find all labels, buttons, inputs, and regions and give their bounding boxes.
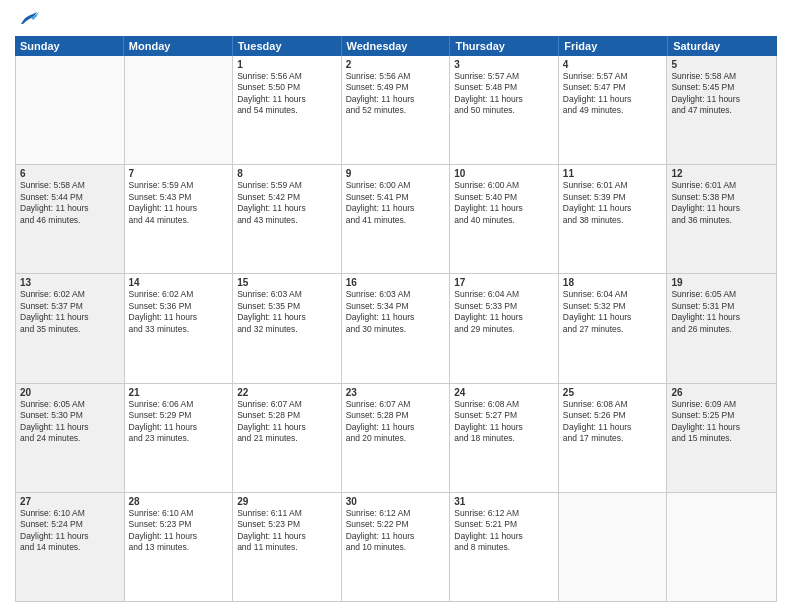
day-number: 20 bbox=[20, 387, 120, 398]
day-info: Sunrise: 5:59 AMSunset: 5:43 PMDaylight:… bbox=[129, 180, 229, 226]
day-info: Sunrise: 5:57 AMSunset: 5:48 PMDaylight:… bbox=[454, 71, 554, 117]
calendar-week-row: 13Sunrise: 6:02 AMSunset: 5:37 PMDayligh… bbox=[16, 274, 776, 383]
day-info: Sunrise: 6:00 AMSunset: 5:41 PMDaylight:… bbox=[346, 180, 446, 226]
calendar-day-cell bbox=[125, 56, 234, 164]
calendar-body: 1Sunrise: 5:56 AMSunset: 5:50 PMDaylight… bbox=[15, 56, 777, 602]
day-info: Sunrise: 5:59 AMSunset: 5:42 PMDaylight:… bbox=[237, 180, 337, 226]
day-number: 22 bbox=[237, 387, 337, 398]
calendar-header-cell: Tuesday bbox=[233, 36, 342, 56]
day-number: 24 bbox=[454, 387, 554, 398]
day-info: Sunrise: 6:08 AMSunset: 5:27 PMDaylight:… bbox=[454, 399, 554, 445]
calendar-week-row: 27Sunrise: 6:10 AMSunset: 5:24 PMDayligh… bbox=[16, 493, 776, 601]
calendar-day-cell: 6Sunrise: 5:58 AMSunset: 5:44 PMDaylight… bbox=[16, 165, 125, 273]
calendar-day-cell: 30Sunrise: 6:12 AMSunset: 5:22 PMDayligh… bbox=[342, 493, 451, 601]
day-info: Sunrise: 6:11 AMSunset: 5:23 PMDaylight:… bbox=[237, 508, 337, 554]
calendar-header-cell: Monday bbox=[124, 36, 233, 56]
calendar-day-cell bbox=[559, 493, 668, 601]
day-info: Sunrise: 6:02 AMSunset: 5:37 PMDaylight:… bbox=[20, 289, 120, 335]
calendar-day-cell: 9Sunrise: 6:00 AMSunset: 5:41 PMDaylight… bbox=[342, 165, 451, 273]
day-number: 10 bbox=[454, 168, 554, 179]
calendar-day-cell: 2Sunrise: 5:56 AMSunset: 5:49 PMDaylight… bbox=[342, 56, 451, 164]
calendar-day-cell: 15Sunrise: 6:03 AMSunset: 5:35 PMDayligh… bbox=[233, 274, 342, 382]
day-info: Sunrise: 6:01 AMSunset: 5:38 PMDaylight:… bbox=[671, 180, 772, 226]
calendar-header-cell: Saturday bbox=[668, 36, 777, 56]
day-info: Sunrise: 6:04 AMSunset: 5:33 PMDaylight:… bbox=[454, 289, 554, 335]
calendar-day-cell: 25Sunrise: 6:08 AMSunset: 5:26 PMDayligh… bbox=[559, 384, 668, 492]
day-info: Sunrise: 6:10 AMSunset: 5:23 PMDaylight:… bbox=[129, 508, 229, 554]
calendar-day-cell: 31Sunrise: 6:12 AMSunset: 5:21 PMDayligh… bbox=[450, 493, 559, 601]
calendar-day-cell: 10Sunrise: 6:00 AMSunset: 5:40 PMDayligh… bbox=[450, 165, 559, 273]
day-number: 28 bbox=[129, 496, 229, 507]
day-number: 9 bbox=[346, 168, 446, 179]
calendar: SundayMondayTuesdayWednesdayThursdayFrid… bbox=[15, 36, 777, 602]
day-info: Sunrise: 6:09 AMSunset: 5:25 PMDaylight:… bbox=[671, 399, 772, 445]
day-number: 1 bbox=[237, 59, 337, 70]
day-number: 3 bbox=[454, 59, 554, 70]
calendar-day-cell: 24Sunrise: 6:08 AMSunset: 5:27 PMDayligh… bbox=[450, 384, 559, 492]
day-number: 25 bbox=[563, 387, 663, 398]
calendar-day-cell: 5Sunrise: 5:58 AMSunset: 5:45 PMDaylight… bbox=[667, 56, 776, 164]
calendar-day-cell: 3Sunrise: 5:57 AMSunset: 5:48 PMDaylight… bbox=[450, 56, 559, 164]
day-number: 21 bbox=[129, 387, 229, 398]
day-number: 18 bbox=[563, 277, 663, 288]
calendar-week-row: 1Sunrise: 5:56 AMSunset: 5:50 PMDaylight… bbox=[16, 56, 776, 165]
page: SundayMondayTuesdayWednesdayThursdayFrid… bbox=[0, 0, 792, 612]
calendar-day-cell: 12Sunrise: 6:01 AMSunset: 5:38 PMDayligh… bbox=[667, 165, 776, 273]
day-number: 23 bbox=[346, 387, 446, 398]
calendar-day-cell: 19Sunrise: 6:05 AMSunset: 5:31 PMDayligh… bbox=[667, 274, 776, 382]
calendar-header-cell: Thursday bbox=[450, 36, 559, 56]
calendar-day-cell: 26Sunrise: 6:09 AMSunset: 5:25 PMDayligh… bbox=[667, 384, 776, 492]
day-number: 26 bbox=[671, 387, 772, 398]
day-number: 16 bbox=[346, 277, 446, 288]
day-number: 2 bbox=[346, 59, 446, 70]
day-info: Sunrise: 5:58 AMSunset: 5:44 PMDaylight:… bbox=[20, 180, 120, 226]
day-number: 17 bbox=[454, 277, 554, 288]
calendar-day-cell: 13Sunrise: 6:02 AMSunset: 5:37 PMDayligh… bbox=[16, 274, 125, 382]
calendar-day-cell: 28Sunrise: 6:10 AMSunset: 5:23 PMDayligh… bbox=[125, 493, 234, 601]
calendar-day-cell: 18Sunrise: 6:04 AMSunset: 5:32 PMDayligh… bbox=[559, 274, 668, 382]
logo-bird-icon bbox=[17, 10, 39, 28]
calendar-day-cell bbox=[667, 493, 776, 601]
day-number: 14 bbox=[129, 277, 229, 288]
day-info: Sunrise: 6:03 AMSunset: 5:35 PMDaylight:… bbox=[237, 289, 337, 335]
calendar-header: SundayMondayTuesdayWednesdayThursdayFrid… bbox=[15, 36, 777, 56]
day-info: Sunrise: 6:10 AMSunset: 5:24 PMDaylight:… bbox=[20, 508, 120, 554]
day-info: Sunrise: 5:57 AMSunset: 5:47 PMDaylight:… bbox=[563, 71, 663, 117]
day-info: Sunrise: 6:07 AMSunset: 5:28 PMDaylight:… bbox=[237, 399, 337, 445]
day-number: 7 bbox=[129, 168, 229, 179]
day-info: Sunrise: 5:58 AMSunset: 5:45 PMDaylight:… bbox=[671, 71, 772, 117]
day-info: Sunrise: 6:01 AMSunset: 5:39 PMDaylight:… bbox=[563, 180, 663, 226]
day-number: 29 bbox=[237, 496, 337, 507]
calendar-header-cell: Wednesday bbox=[342, 36, 451, 56]
day-info: Sunrise: 6:02 AMSunset: 5:36 PMDaylight:… bbox=[129, 289, 229, 335]
day-info: Sunrise: 6:05 AMSunset: 5:30 PMDaylight:… bbox=[20, 399, 120, 445]
calendar-day-cell: 1Sunrise: 5:56 AMSunset: 5:50 PMDaylight… bbox=[233, 56, 342, 164]
day-number: 30 bbox=[346, 496, 446, 507]
day-info: Sunrise: 6:04 AMSunset: 5:32 PMDaylight:… bbox=[563, 289, 663, 335]
logo bbox=[15, 10, 41, 28]
calendar-day-cell: 7Sunrise: 5:59 AMSunset: 5:43 PMDaylight… bbox=[125, 165, 234, 273]
day-number: 12 bbox=[671, 168, 772, 179]
day-number: 11 bbox=[563, 168, 663, 179]
day-info: Sunrise: 6:06 AMSunset: 5:29 PMDaylight:… bbox=[129, 399, 229, 445]
day-info: Sunrise: 6:08 AMSunset: 5:26 PMDaylight:… bbox=[563, 399, 663, 445]
day-number: 15 bbox=[237, 277, 337, 288]
calendar-day-cell: 11Sunrise: 6:01 AMSunset: 5:39 PMDayligh… bbox=[559, 165, 668, 273]
day-number: 19 bbox=[671, 277, 772, 288]
calendar-day-cell: 23Sunrise: 6:07 AMSunset: 5:28 PMDayligh… bbox=[342, 384, 451, 492]
day-number: 8 bbox=[237, 168, 337, 179]
calendar-day-cell: 29Sunrise: 6:11 AMSunset: 5:23 PMDayligh… bbox=[233, 493, 342, 601]
day-info: Sunrise: 6:00 AMSunset: 5:40 PMDaylight:… bbox=[454, 180, 554, 226]
calendar-day-cell: 14Sunrise: 6:02 AMSunset: 5:36 PMDayligh… bbox=[125, 274, 234, 382]
calendar-day-cell: 27Sunrise: 6:10 AMSunset: 5:24 PMDayligh… bbox=[16, 493, 125, 601]
calendar-header-cell: Friday bbox=[559, 36, 668, 56]
day-info: Sunrise: 5:56 AMSunset: 5:49 PMDaylight:… bbox=[346, 71, 446, 117]
header bbox=[15, 10, 777, 28]
calendar-header-cell: Sunday bbox=[15, 36, 124, 56]
day-number: 5 bbox=[671, 59, 772, 70]
day-number: 4 bbox=[563, 59, 663, 70]
day-info: Sunrise: 6:03 AMSunset: 5:34 PMDaylight:… bbox=[346, 289, 446, 335]
calendar-week-row: 20Sunrise: 6:05 AMSunset: 5:30 PMDayligh… bbox=[16, 384, 776, 493]
calendar-week-row: 6Sunrise: 5:58 AMSunset: 5:44 PMDaylight… bbox=[16, 165, 776, 274]
calendar-day-cell: 17Sunrise: 6:04 AMSunset: 5:33 PMDayligh… bbox=[450, 274, 559, 382]
